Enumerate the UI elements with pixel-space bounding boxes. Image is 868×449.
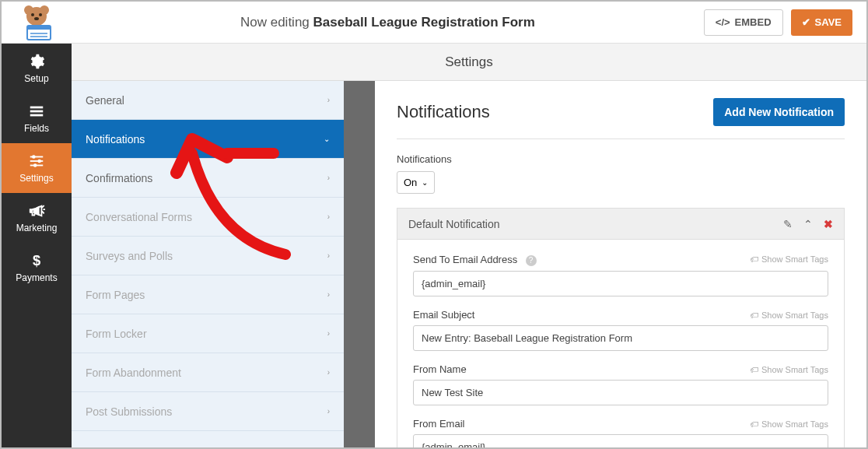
sliders-icon (28, 153, 45, 170)
svg-point-5 (34, 17, 39, 20)
chevron-down-icon: ⌄ (324, 135, 330, 143)
send-to-input[interactable] (413, 271, 828, 296)
code-icon: </> (716, 16, 730, 28)
left-nav: Setup Fields Settings Marketing $ Paymen… (2, 44, 72, 447)
chevron-right-icon: › (327, 96, 330, 104)
tag-icon: 🏷 (750, 419, 758, 429)
submenu-label: Surveys and Polls (86, 250, 173, 262)
chevron-right-icon: › (327, 174, 330, 182)
page-title: Now editing Baseball League Registration… (72, 15, 704, 30)
svg-point-4 (39, 13, 42, 16)
show-smart-tags[interactable]: 🏷 Show Smart Tags (750, 365, 828, 374)
subject-label: Email Subject (413, 309, 474, 321)
nav-fields[interactable]: Fields (2, 93, 72, 143)
submenu-label: Form Locker (86, 328, 147, 340)
svg-rect-11 (30, 110, 44, 113)
tag-icon: 🏷 (750, 365, 758, 374)
chevron-down-icon: ⌄ (422, 178, 428, 187)
list-icon (28, 103, 45, 120)
svg-rect-7 (27, 26, 51, 30)
svg-point-3 (31, 13, 34, 16)
submenu-surveys-polls[interactable]: Surveys and Polls › (72, 237, 344, 275)
show-smart-tags[interactable]: 🏷 Show Smart Tags (750, 419, 828, 429)
submenu-label: Form Abandonment (86, 367, 181, 379)
submenu-conversational-forms[interactable]: Conversational Forms › (72, 198, 344, 237)
submenu-notifications[interactable]: Notifications ⌄ (72, 120, 344, 159)
submenu-label: Notifications (86, 133, 145, 146)
submenu-general[interactable]: General › (72, 81, 344, 120)
from-email-label: From Email (413, 418, 464, 430)
nav-label: Marketing (16, 223, 58, 233)
svg-rect-10 (30, 107, 44, 109)
submenu-label: Conversational Forms (86, 211, 192, 223)
submenu-label: Form Pages (86, 289, 145, 301)
panel-title: Notifications (397, 102, 490, 122)
subject-input[interactable] (413, 325, 828, 351)
submenu-form-pages[interactable]: Form Pages › (72, 275, 344, 314)
notification-block: Default Notification ✎ ⌃ ✖ Send To Email… (397, 208, 845, 447)
send-to-label: Send To Email Address (413, 254, 517, 265)
from-name-label: From Name (413, 363, 467, 375)
nav-label: Payments (16, 272, 57, 283)
settings-submenu: General › Notifications ⌄ Confirmations … (72, 81, 344, 447)
submenu-post-submissions[interactable]: Post Submissions › (72, 392, 344, 431)
show-smart-tags[interactable]: 🏷 Show Smart Tags (750, 310, 828, 320)
notifications-toggle[interactable]: On ⌄ (397, 171, 435, 194)
collapse-icon[interactable]: ⌃ (803, 218, 813, 230)
delete-icon[interactable]: ✖ (824, 218, 833, 230)
svg-point-16 (32, 155, 36, 159)
tag-icon: 🏷 (750, 254, 758, 264)
show-smart-tags[interactable]: 🏷 Show Smart Tags (750, 254, 828, 264)
check-icon: ✔ (802, 16, 810, 28)
gear-icon (28, 53, 45, 70)
submenu-label: Post Submissions (86, 405, 172, 418)
submenu-form-locker[interactable]: Form Locker › (72, 314, 344, 353)
chevron-right-icon: › (327, 212, 330, 221)
nav-label: Fields (24, 123, 49, 134)
settings-header: Settings (72, 44, 866, 81)
wpforms-logo[interactable] (2, 2, 72, 44)
nav-marketing[interactable]: Marketing (2, 193, 72, 243)
submenu-confirmations[interactable]: Confirmations › (72, 159, 344, 198)
nav-label: Setup (24, 73, 48, 84)
chevron-right-icon: › (327, 407, 330, 416)
panel-divider (344, 81, 375, 447)
chevron-right-icon: › (327, 251, 330, 260)
notification-block-title: Default Notification (408, 218, 500, 230)
submenu-label: General (86, 94, 124, 107)
svg-text:$: $ (33, 252, 40, 268)
tag-icon: 🏷 (750, 310, 758, 320)
submenu-label: Confirmations (86, 172, 152, 184)
nav-settings[interactable]: Settings (2, 143, 72, 193)
chevron-right-icon: › (327, 329, 330, 338)
dollar-icon: $ (28, 252, 45, 269)
from-name-input[interactable] (413, 380, 828, 405)
help-icon[interactable]: ? (526, 255, 537, 266)
bullhorn-icon (28, 202, 45, 219)
embed-button[interactable]: </> EMBED (704, 9, 783, 36)
nav-payments[interactable]: $ Payments (2, 243, 72, 293)
svg-point-18 (33, 163, 37, 167)
notifications-toggle-label: Notifications (397, 153, 845, 165)
svg-rect-12 (30, 114, 44, 117)
add-new-notification-button[interactable]: Add New Notification (713, 98, 845, 126)
edit-icon[interactable]: ✎ (783, 218, 793, 230)
save-button[interactable]: ✔ SAVE (791, 9, 852, 36)
chevron-right-icon: › (327, 368, 330, 377)
from-email-input[interactable] (413, 434, 828, 447)
main-panel: Notifications Add New Notification Notif… (375, 81, 866, 447)
nav-label: Settings (19, 173, 53, 184)
chevron-right-icon: › (327, 290, 330, 299)
svg-point-17 (37, 160, 41, 163)
submenu-form-abandonment[interactable]: Form Abandonment › (72, 353, 344, 392)
nav-setup[interactable]: Setup (2, 44, 72, 93)
